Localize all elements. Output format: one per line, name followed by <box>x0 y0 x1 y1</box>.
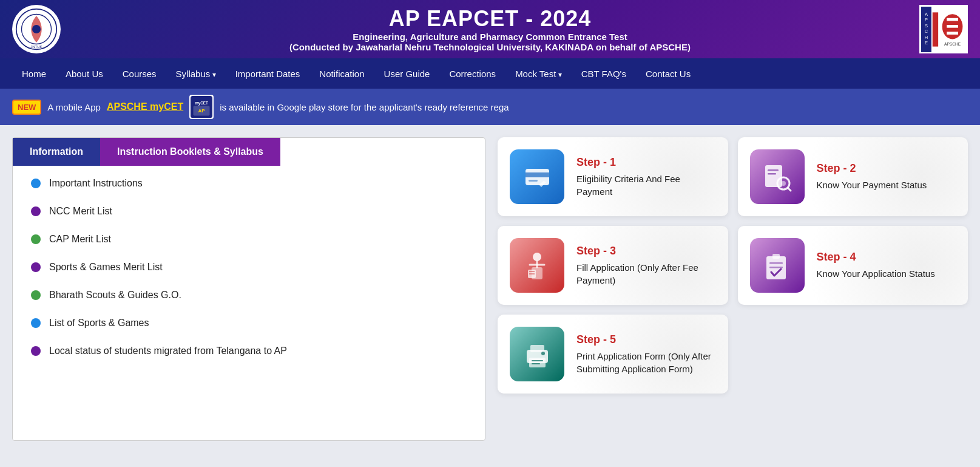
step-card-2[interactable]: Step - 2 Know Your Payment Status <box>738 137 968 216</box>
header-title: AP EAPCET - 2024 <box>289 6 691 32</box>
svg-rect-45 <box>532 360 543 361</box>
list-dot <box>31 262 41 272</box>
step-num-1: Step - 1 <box>576 156 716 169</box>
step-num-4: Step - 4 <box>817 251 956 264</box>
header: JNTUK AP EAPCET - 2024 Engineering, Agri… <box>0 0 980 58</box>
nav-syllabus-dropdown[interactable]: Syllabus <box>166 60 226 87</box>
list-item[interactable]: Sports & Games Merit List <box>31 262 467 273</box>
tabs: Information Instruction Booklets & Sylla… <box>13 138 485 166</box>
list-item-text: Sports & Games Merit List <box>49 262 163 273</box>
step-card-4[interactable]: Step - 4 Know Your Application Status <box>738 226 968 305</box>
svg-text:C: C <box>924 29 928 34</box>
step-desc-3: Fill Application (Only After Fee Payment… <box>576 261 716 287</box>
step-text-5: Step - 5 Print Application Form (Only Af… <box>576 333 716 375</box>
svg-text:H: H <box>924 34 927 39</box>
tab-information[interactable]: Information <box>13 138 100 166</box>
step-card-5[interactable]: Step - 5 Print Application Form (Only Af… <box>498 315 728 394</box>
header-subtitle1: Engineering, Agriculture and Pharmacy Co… <box>289 32 691 42</box>
nav-notification[interactable]: Notification <box>309 60 374 87</box>
banner-text-before: A mobile App <box>47 102 101 112</box>
list-item-text: Bharath Scouts & Guides G.O. <box>49 290 181 301</box>
list-dot <box>31 346 41 356</box>
list-item[interactable]: CAP Merit List <box>31 234 467 245</box>
svg-rect-15 <box>947 25 958 28</box>
list-item-text: Important Instructions <box>49 178 143 189</box>
step-num-3: Step - 3 <box>576 245 716 257</box>
main-content: Information Instruction Booklets & Sylla… <box>0 125 980 453</box>
nav-about-us[interactable]: About Us <box>56 60 113 87</box>
step-card-3[interactable]: Step - 3 Fill Application (Only After Fe… <box>498 226 728 305</box>
step-card-1[interactable]: Step - 1 Eligibility Criteria And Fee Pa… <box>498 137 728 216</box>
svg-rect-40 <box>769 262 783 264</box>
step-text-4: Step - 4 Know Your Application Status <box>817 251 956 280</box>
nav-home[interactable]: Home <box>12 60 56 87</box>
banner-text-after: is available in Google play store for th… <box>220 102 509 112</box>
list-item[interactable]: Local status of students migrated from T… <box>31 346 467 356</box>
svg-text:APSCHE: APSCHE <box>944 41 961 46</box>
svg-text:P: P <box>924 17 927 22</box>
svg-rect-39 <box>772 254 780 259</box>
svg-rect-41 <box>769 267 783 268</box>
step5-print-icon <box>510 327 564 381</box>
nav-mock-test[interactable]: Mock Test <box>505 60 572 87</box>
svg-rect-12 <box>932 12 938 46</box>
step-desc-2: Know Your Payment Status <box>817 179 956 191</box>
tab-instruction-booklets[interactable]: Instruction Booklets & Syllabus <box>100 138 280 166</box>
list-item[interactable]: List of Sports & Games <box>31 318 467 329</box>
svg-rect-46 <box>532 363 540 364</box>
nav-important-dates[interactable]: Important Dates <box>226 60 310 87</box>
step2-payment-icon <box>750 149 805 204</box>
nav-corrections[interactable]: Corrections <box>439 60 505 87</box>
nav-courses[interactable]: Courses <box>113 60 166 87</box>
nav-syllabus[interactable]: Syllabus <box>166 60 226 87</box>
svg-rect-27 <box>768 173 776 175</box>
svg-rect-16 <box>947 32 958 35</box>
svg-rect-26 <box>768 169 779 171</box>
svg-text:S: S <box>924 22 927 28</box>
list-dot <box>31 179 41 188</box>
svg-text:A: A <box>924 12 927 17</box>
right-logo: A P S C H E APSCHE <box>919 5 968 53</box>
list-item[interactable]: Important Instructions <box>31 178 467 189</box>
step-text-3: Step - 3 Fill Application (Only After Fe… <box>576 245 716 287</box>
left-logo: JNTUK <box>12 5 61 53</box>
svg-text:JNTUK: JNTUK <box>30 44 42 49</box>
nav-mock-test-dropdown[interactable]: Mock Test <box>505 60 572 87</box>
step-num-2: Step - 2 <box>817 162 956 175</box>
list-dot <box>31 234 41 244</box>
step-num-5: Step - 5 <box>576 333 716 346</box>
list-dot <box>31 318 41 328</box>
list-item[interactable]: NCC Merit List <box>31 206 467 217</box>
svg-rect-25 <box>765 165 782 187</box>
svg-text:myCET: myCET <box>195 101 208 106</box>
left-panel: Information Instruction Booklets & Sylla… <box>12 137 485 441</box>
list-item-text: NCC Merit List <box>49 206 112 217</box>
svg-rect-14 <box>947 18 958 21</box>
step-desc-5: Print Application Form (Only After Submi… <box>576 350 716 375</box>
step-desc-4: Know Your Application Status <box>817 267 956 280</box>
svg-point-31 <box>533 253 541 261</box>
nav-user-guide[interactable]: User Guide <box>374 60 440 87</box>
nav-cbt-faqs[interactable]: CBT FAQ's <box>572 60 636 87</box>
svg-line-29 <box>788 188 791 191</box>
nav-contact-us[interactable]: Contact Us <box>636 60 700 87</box>
svg-point-2 <box>32 25 41 33</box>
navbar: Home About Us Courses Syllabus Important… <box>0 58 980 89</box>
banner-apsche-link[interactable]: APSCHE myCET <box>107 101 183 112</box>
step-text-1: Step - 1 Eligibility Criteria And Fee Pa… <box>576 156 716 198</box>
banner-new-badge: NEW <box>12 100 41 115</box>
banner: NEW A mobile App APSCHE myCET myCET AP i… <box>0 89 980 125</box>
step-desc-1: Eligibility Criteria And Fee Payment <box>576 172 716 198</box>
tab-content-information: Important InstructionsNCC Merit ListCAP … <box>13 166 485 386</box>
list-item[interactable]: Bharath Scouts & Guides G.O. <box>31 290 467 301</box>
svg-rect-23 <box>525 172 549 177</box>
svg-rect-43 <box>530 345 544 352</box>
step1-eligibility-icon <box>510 149 564 204</box>
right-panel: Step - 1 Eligibility Criteria And Fee Pa… <box>498 137 968 394</box>
svg-text:E: E <box>924 39 927 45</box>
list-item-text: List of Sports & Games <box>49 318 149 329</box>
svg-rect-24 <box>529 180 538 182</box>
svg-rect-44 <box>529 358 546 367</box>
svg-text:AP: AP <box>198 108 206 114</box>
svg-point-47 <box>541 352 545 355</box>
